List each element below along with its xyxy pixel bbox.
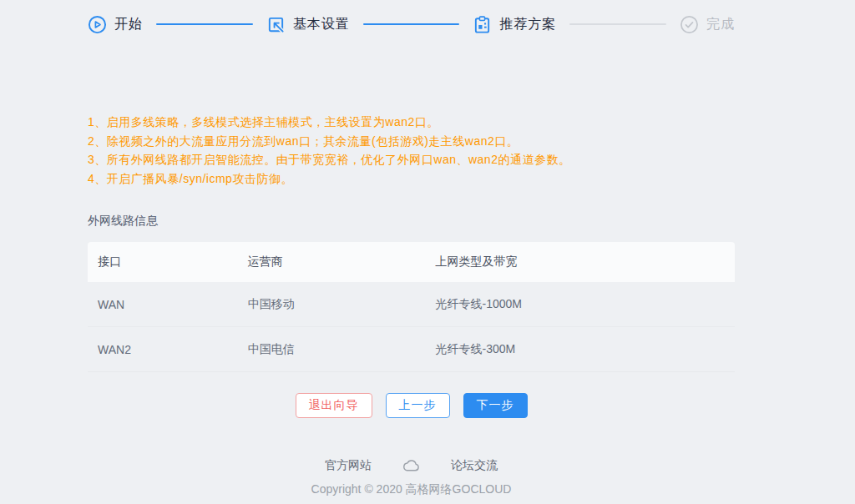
section-title-wan-line-info: 外网线路信息 [88, 214, 735, 229]
recommendation-notes: 1、启用多线策略，多线模式选择主辅模式，主线设置为wan2口。 2、除视频之外的… [88, 113, 735, 188]
cell-carrier: 中国电信 [238, 342, 426, 357]
cell-interface: WAN [88, 298, 238, 311]
cell-interface: WAN2 [88, 343, 238, 356]
forum-link[interactable]: 论坛交流 [451, 458, 498, 473]
step-recommended-plan: 推荐方案 [473, 15, 556, 34]
footer-links: 官方网站 论坛交流 [88, 458, 735, 473]
step-label-finish: 完成 [706, 16, 735, 33]
cell-carrier: 中国移动 [238, 297, 426, 312]
column-header-interface: 接口 [88, 255, 238, 270]
note-line: 1、启用多线策略，多线模式选择主辅模式，主线设置为wan2口。 [88, 113, 735, 132]
note-line: 4、开启广播风暴/syn/icmp攻击防御。 [88, 169, 735, 189]
setup-wizard-stepper: 开始 基本设置 [88, 0, 735, 38]
step-connector [569, 23, 666, 25]
select-box-icon [266, 15, 286, 34]
wizard-actions: 退出向导 上一步 下一步 [88, 393, 735, 418]
cloud-icon [402, 459, 421, 472]
cell-type-bandwidth: 光纤专线-1000M [426, 297, 735, 312]
step-basic-settings: 基本设置 [266, 15, 350, 34]
step-connector [156, 23, 253, 25]
wizard-page: 开始 基本设置 [88, 0, 735, 497]
step-connector [363, 23, 460, 25]
table-row: WAN2 中国电信 光纤专线-300M [88, 327, 735, 372]
table-header-row: 接口 运营商 上网类型及带宽 [88, 242, 735, 282]
cell-type-bandwidth: 光纤专线-300M [426, 342, 735, 357]
play-circle-icon [88, 15, 107, 34]
column-header-type-bandwidth: 上网类型及带宽 [426, 255, 735, 270]
note-line: 2、除视频之外的大流量应用分流到wan口；其余流量(包括游戏)走主线wan2口。 [88, 132, 735, 151]
previous-step-button[interactable]: 上一步 [386, 393, 450, 418]
copyright-text: Copyright © 2020 高格网络GOCLOUD [88, 482, 735, 497]
official-site-link[interactable]: 官方网站 [325, 458, 372, 473]
step-label-basic-settings: 基本设置 [293, 16, 350, 33]
table-row: WAN 中国移动 光纤专线-1000M [88, 282, 735, 327]
note-line: 3、所有外网线路都开启智能流控。由于带宽宽裕，优化了外网口wan、wan2的通道… [88, 150, 735, 169]
check-circle-icon [680, 15, 699, 34]
exit-wizard-button[interactable]: 退出向导 [296, 393, 372, 418]
next-step-button[interactable]: 下一步 [463, 393, 528, 418]
step-label-recommended-plan: 推荐方案 [499, 16, 556, 33]
step-finish: 完成 [680, 15, 735, 34]
column-header-carrier: 运营商 [238, 255, 426, 270]
clipboard-icon [473, 15, 492, 34]
step-start: 开始 [88, 15, 143, 34]
wan-line-table: 接口 运营商 上网类型及带宽 WAN 中国移动 光纤专线-1000M WAN2 … [88, 242, 735, 372]
step-label-start: 开始 [114, 16, 143, 33]
